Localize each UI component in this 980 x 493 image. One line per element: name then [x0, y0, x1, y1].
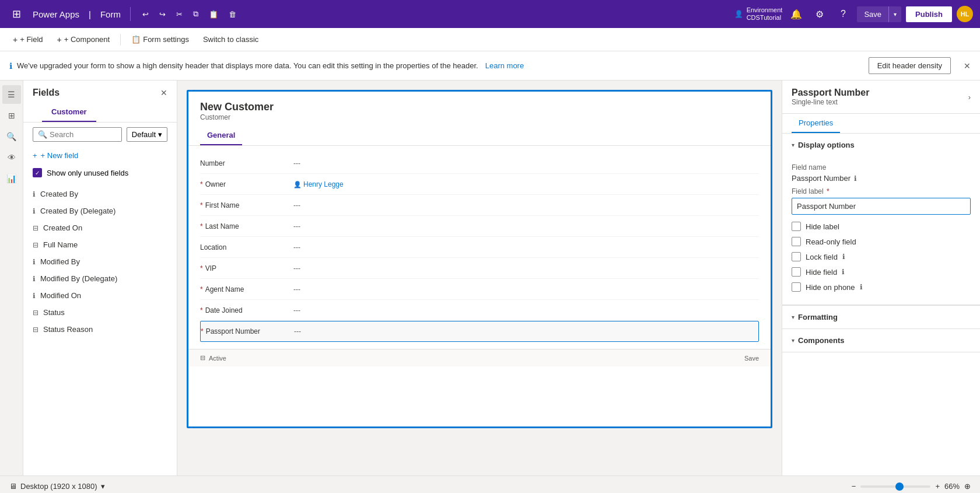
right-panel-chevron[interactable]: ›: [968, 93, 971, 102]
display-options-header[interactable]: ▾ Display options: [782, 134, 980, 156]
sidebar-search-container[interactable]: 🔍: [33, 127, 122, 142]
display-options-title: Display options: [798, 141, 855, 149]
left-nav-icon-3[interactable]: 🔍: [2, 127, 21, 146]
search-input[interactable]: [50, 130, 117, 139]
field-item-created-by[interactable]: ℹ Created By: [23, 186, 177, 202]
field-item-modified-by[interactable]: ℹ Modified By: [23, 253, 177, 270]
lock-field-info-icon[interactable]: ℹ: [842, 253, 845, 261]
show-unused-row[interactable]: ✓ Show only unused fields: [23, 165, 177, 181]
save-main-label[interactable]: Save: [857, 6, 889, 22]
form-settings-button[interactable]: 📋 Form settings: [125, 33, 195, 46]
field-icon-table: ⊟: [33, 224, 38, 232]
switch-classic-button[interactable]: Switch to classic: [197, 33, 264, 46]
hide-field-checkbox[interactable]: [792, 267, 801, 277]
avatar[interactable]: HL: [957, 6, 973, 22]
field-item-created-on[interactable]: ⊟ Created On: [23, 219, 177, 236]
field-item-full-name[interactable]: ⊟ Full Name: [23, 236, 177, 253]
copy-button[interactable]: ⧉: [188, 7, 203, 21]
sidebar-customer-tab[interactable]: Customer: [42, 103, 96, 122]
settings-icon[interactable]: ⚙: [810, 5, 829, 23]
save-arrow[interactable]: ▾: [889, 8, 901, 21]
delete-button[interactable]: 🗑: [224, 8, 241, 21]
form-tab-general[interactable]: General: [200, 126, 242, 145]
field-item-modified-on[interactable]: ℹ Modified On: [23, 287, 177, 304]
redo-button[interactable]: ↪: [155, 8, 170, 21]
add-component-label: + Component: [64, 35, 110, 44]
hide-field-info-icon[interactable]: ℹ: [842, 268, 845, 276]
field-item-label: Created By (Delegate): [40, 207, 116, 215]
paste-button[interactable]: 📋: [204, 8, 223, 21]
field-name-info-icon[interactable]: ℹ: [854, 174, 857, 183]
right-panel-header: Passport Number Single-line text ›: [782, 81, 980, 114]
canvas-area[interactable]: New Customer Customer General Number ---…: [177, 81, 782, 475]
checkbox-hide-field[interactable]: Hide field ℹ: [792, 267, 971, 277]
banner-message: We've upgraded your form to show a high …: [17, 61, 478, 70]
search-icon: 🔍: [38, 130, 47, 139]
zoom-slider[interactable]: [860, 485, 930, 488]
form-header: New Customer Customer: [188, 92, 771, 126]
banner-learn-more[interactable]: Learn more: [485, 61, 524, 70]
undo-button[interactable]: ↩: [138, 8, 153, 21]
publish-button[interactable]: Publish: [906, 6, 952, 22]
hide-phone-checkbox[interactable]: [792, 282, 801, 292]
form-settings-icon: 📋: [131, 35, 141, 44]
footer-status-text: Active: [209, 355, 226, 362]
main-layout: ☰ ⊞ 🔍 👁 📊 Fields ✕ Customer 🔍 Default ▾ …: [0, 81, 980, 475]
form-value-location: ---: [293, 243, 300, 251]
field-item-created-by-delegate[interactable]: ℹ Created By (Delegate): [23, 202, 177, 219]
form-value-agent-name: ---: [293, 285, 300, 293]
readonly-field-checkbox[interactable]: [792, 237, 801, 246]
add-component-button[interactable]: + + Component: [51, 33, 116, 47]
zoom-expand-icon[interactable]: ⊕: [964, 482, 971, 491]
form-label-vip: *VIP: [200, 264, 293, 272]
checkbox-hide-label[interactable]: Hide label: [792, 222, 971, 231]
env-name: Environment: [747, 6, 783, 14]
desktop-selector[interactable]: 🖥 Desktop (1920 x 1080) ▾: [9, 482, 105, 491]
field-item-status-reason[interactable]: ⊟ Status Reason: [23, 321, 177, 338]
filter-dropdown[interactable]: Default ▾: [127, 127, 167, 142]
zoom-plus-icon[interactable]: +: [935, 482, 940, 491]
hide-label-checkbox[interactable]: [792, 222, 801, 231]
form-label-location: Location: [200, 243, 293, 251]
checkbox-hide-phone[interactable]: Hide on phone ℹ: [792, 282, 971, 292]
help-icon[interactable]: ?: [834, 5, 852, 23]
field-item-status[interactable]: ⊟ Status ···: [23, 304, 177, 321]
right-panel-title: Passport Number: [792, 88, 869, 98]
show-unused-checkbox[interactable]: ✓: [33, 168, 42, 177]
banner-close-icon[interactable]: ✕: [964, 61, 971, 71]
components-title: Components: [798, 336, 844, 345]
left-nav-icon-5[interactable]: 📊: [2, 169, 21, 188]
left-nav-icon-2[interactable]: ⊞: [2, 106, 21, 125]
add-field-button[interactable]: + + Field: [7, 33, 49, 47]
waffle-icon[interactable]: ⊞: [7, 5, 26, 23]
add-new-field-button[interactable]: + + New field: [23, 146, 177, 165]
zoom-minus-icon[interactable]: −: [852, 482, 856, 491]
left-nav-fields-icon[interactable]: ☰: [2, 85, 21, 104]
left-nav-icon-4[interactable]: 👁: [2, 148, 21, 167]
notification-icon[interactable]: 🔔: [787, 5, 806, 23]
form-label-lastname: *Last Name: [200, 222, 293, 230]
hide-phone-info-icon[interactable]: ℹ: [860, 283, 863, 291]
edit-density-button[interactable]: Edit header density: [869, 57, 951, 74]
field-label-input[interactable]: [792, 198, 971, 215]
components-header[interactable]: ▾ Components: [782, 329, 980, 352]
field-icon-table: ⊟: [33, 309, 38, 317]
cut-button[interactable]: ✂: [172, 8, 187, 21]
checkbox-readonly-field[interactable]: Read-only field: [792, 237, 971, 246]
formatting-header[interactable]: ▾ Formatting: [782, 306, 980, 328]
form-row-passport[interactable]: *Passport Number ---: [200, 321, 759, 342]
field-label-label: Field label *: [792, 187, 971, 195]
sidebar-close-button[interactable]: ✕: [160, 88, 167, 97]
hide-field-label: Hide field: [806, 268, 837, 277]
field-name-row: Field name Passport Number ℹ: [792, 163, 971, 183]
field-item-modified-by-delegate[interactable]: ℹ Modified By (Delegate): [23, 270, 177, 287]
add-field-icon: +: [13, 35, 18, 44]
save-button[interactable]: Save ▾: [857, 6, 901, 22]
form-value-date-joined: ---: [293, 306, 300, 314]
field-item-label: Status: [43, 308, 65, 317]
tab-properties[interactable]: Properties: [792, 114, 840, 133]
checkbox-lock-field[interactable]: Lock field ℹ: [792, 252, 971, 261]
env-icon: 👤: [734, 10, 743, 18]
lock-field-checkbox[interactable]: [792, 252, 801, 261]
field-item-label: Created By: [40, 190, 78, 198]
